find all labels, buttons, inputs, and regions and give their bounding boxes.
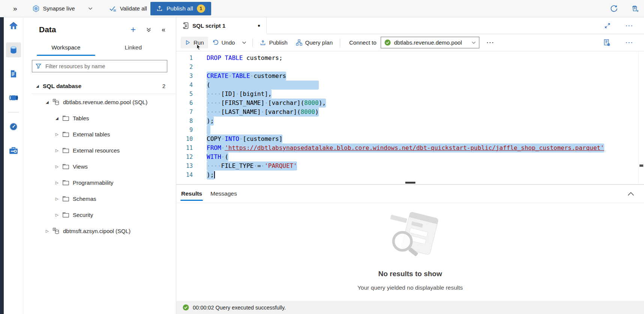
no-results-illustration bbox=[379, 211, 441, 264]
connect-to-pool-dropdown[interactable]: dbtlabs.revenue.demo.pool bbox=[381, 37, 479, 48]
tree-item-views[interactable]: ▷Views bbox=[23, 158, 176, 175]
line-number[interactable]: 1 bbox=[176, 54, 200, 63]
editor-scrollbar[interactable] bbox=[638, 51, 644, 184]
tree-item-dbtlabs-revenue-demo-pool-sql[interactable]: ◢dbtlabs.revenue.demo.pool (SQL) bbox=[23, 94, 176, 110]
code-line[interactable]: 11FROM·'https://dbtlabsynapsedatalake.bl… bbox=[176, 144, 644, 153]
line-number[interactable]: 4 bbox=[176, 81, 200, 90]
hub-manage-icon[interactable] bbox=[6, 143, 21, 158]
tree-item-schemas[interactable]: ▷Schemas bbox=[23, 191, 176, 207]
tab-sql-script-1[interactable]: SQL script 1 ● bbox=[176, 17, 267, 34]
show-more-chevron-icon[interactable]: » bbox=[13, 4, 17, 13]
tree-item-label: Tables bbox=[73, 115, 89, 121]
line-number[interactable]: 14 bbox=[176, 170, 200, 179]
line-number[interactable]: 10 bbox=[176, 135, 200, 144]
line-number[interactable]: 8 bbox=[176, 117, 200, 126]
panel-resize-handle[interactable] bbox=[405, 182, 415, 184]
collapsed-arrow-icon[interactable]: ▷ bbox=[56, 181, 61, 185]
tab-messages[interactable]: Messages bbox=[206, 185, 241, 203]
folder-icon bbox=[62, 179, 69, 186]
line-number[interactable]: 5 bbox=[176, 90, 200, 99]
refresh-icon[interactable] bbox=[610, 5, 618, 12]
script-toolbar: Run Undo Publish bbox=[176, 34, 644, 51]
folder-icon bbox=[62, 196, 69, 202]
code-line[interactable]: 1DROP TABLE customers; bbox=[176, 54, 644, 63]
sql-pool-icon bbox=[53, 227, 60, 235]
collapse-results-chevron-icon[interactable] bbox=[627, 192, 644, 196]
code-line[interactable]: 8); bbox=[176, 117, 644, 126]
tree-item-tables[interactable]: ◢Tables bbox=[23, 110, 176, 126]
tree-item-security[interactable]: ▷Security bbox=[23, 207, 176, 223]
code-line[interactable]: 5····[ID]·[bigint], bbox=[176, 90, 644, 99]
tree-item-label: External resources bbox=[73, 147, 120, 154]
expand-editor-icon[interactable] bbox=[604, 22, 611, 29]
hub-data-icon[interactable] bbox=[6, 42, 21, 57]
undo-redo-chevron-icon[interactable] bbox=[239, 39, 249, 47]
hub-integrate-icon[interactable] bbox=[6, 90, 21, 105]
toolbar-right-more-icon[interactable]: ··· bbox=[626, 39, 633, 46]
collapsed-arrow-icon[interactable]: ▷ bbox=[56, 148, 61, 153]
results-panel: No results to show Your query yielded no… bbox=[176, 203, 644, 301]
line-number[interactable]: 13 bbox=[176, 161, 200, 170]
connection-mode-dropdown[interactable]: Synapse live bbox=[32, 5, 93, 12]
tree-item-programmability[interactable]: ▷Programmability bbox=[23, 175, 176, 191]
code-line[interactable]: 14); bbox=[176, 170, 644, 179]
collapsed-arrow-icon[interactable]: ▷ bbox=[56, 213, 61, 217]
code-line[interactable]: 9 bbox=[176, 126, 644, 135]
run-button[interactable]: Run bbox=[181, 37, 208, 48]
code-line[interactable]: 7····[LAST_NAME]·[varchar](8000) bbox=[176, 108, 644, 117]
collapsed-arrow-icon[interactable]: ▷ bbox=[46, 229, 51, 233]
code-line[interactable]: 10COPY·INTO·[customers] bbox=[176, 135, 644, 144]
folder-icon bbox=[62, 212, 69, 218]
tree-item-sql-database[interactable]: ◢SQL database2 bbox=[23, 78, 176, 94]
tab-results[interactable]: Results bbox=[177, 185, 206, 203]
hub-monitor-icon[interactable] bbox=[6, 119, 21, 134]
line-number[interactable]: 6 bbox=[176, 99, 200, 108]
code-line[interactable]: 4( bbox=[176, 81, 644, 90]
discard-trash-icon[interactable] bbox=[631, 5, 639, 12]
expanded-arrow-icon[interactable]: ◢ bbox=[56, 116, 61, 120]
expanded-arrow-icon[interactable]: ◢ bbox=[46, 100, 51, 104]
tree-item-dbtmsft-azsyn-cipool-sql[interactable]: ▷dbtmsft.azsyn.cipool (SQL) bbox=[23, 223, 176, 239]
editor-area: SQL script 1 ● ··· Run bbox=[176, 17, 644, 314]
toolbar-more-actions-icon[interactable]: ··· bbox=[487, 39, 495, 46]
line-number[interactable]: 7 bbox=[176, 108, 200, 117]
collapse-all-icon[interactable] bbox=[146, 27, 152, 33]
tab-workspace[interactable]: Workspace bbox=[32, 40, 100, 56]
toolbar-separator bbox=[252, 39, 253, 47]
line-number[interactable]: 9 bbox=[176, 126, 200, 135]
validate-all-button[interactable]: Validate all bbox=[109, 5, 147, 12]
line-number[interactable]: 3 bbox=[176, 72, 200, 81]
line-number[interactable]: 11 bbox=[176, 144, 200, 153]
tree-item-external-resources[interactable]: ▷External resources bbox=[23, 142, 176, 158]
query-plan-button[interactable]: Query plan bbox=[292, 37, 337, 48]
empty-state-title: No results to show bbox=[378, 270, 442, 278]
collapsed-arrow-icon[interactable]: ▷ bbox=[56, 132, 61, 136]
code-line[interactable]: 3CREATE·TABLE·customers bbox=[176, 72, 644, 81]
code-line[interactable]: 6····[FIRST_NAME]·[varchar](8000), bbox=[176, 99, 644, 108]
code-line[interactable]: 13····FILE_TYPE·=·'PARQUET' bbox=[176, 161, 644, 170]
tab-linked[interactable]: Linked bbox=[100, 40, 167, 56]
code-line[interactable]: 2 bbox=[176, 63, 644, 72]
data-panel-tabs: Workspace Linked bbox=[23, 40, 176, 56]
line-number[interactable]: 12 bbox=[176, 153, 200, 161]
publish-all-button[interactable]: Publish all 1 bbox=[150, 2, 211, 15]
line-content: ····[LAST_NAME]·[varchar](8000) bbox=[207, 108, 319, 117]
tree-item-external-tables[interactable]: ▷External tables bbox=[23, 126, 176, 142]
add-resource-icon[interactable]: + bbox=[131, 25, 136, 34]
hub-home-icon[interactable] bbox=[6, 18, 21, 33]
code-editor[interactable]: 1DROP TABLE customers;23CREATE·TABLE·cus… bbox=[176, 51, 644, 185]
collapsed-arrow-icon[interactable]: ▷ bbox=[56, 164, 61, 169]
filter-resources-input[interactable] bbox=[45, 63, 164, 70]
code-line[interactable]: 12WITH·( bbox=[176, 153, 644, 161]
publish-button[interactable]: Publish bbox=[256, 37, 291, 48]
undo-button[interactable]: Undo bbox=[208, 37, 239, 48]
collapsed-arrow-icon[interactable]: ▷ bbox=[56, 197, 61, 201]
line-number[interactable]: 2 bbox=[176, 63, 200, 72]
scrollbar-thumb[interactable] bbox=[639, 164, 643, 167]
tree-item-label: Views bbox=[73, 163, 88, 170]
hub-develop-icon[interactable] bbox=[6, 66, 21, 81]
expanded-arrow-icon[interactable]: ◢ bbox=[36, 84, 42, 88]
tab-more-actions-icon[interactable]: ··· bbox=[626, 22, 633, 29]
collapse-panel-icon[interactable]: « bbox=[162, 26, 165, 34]
properties-icon[interactable] bbox=[603, 39, 611, 46]
